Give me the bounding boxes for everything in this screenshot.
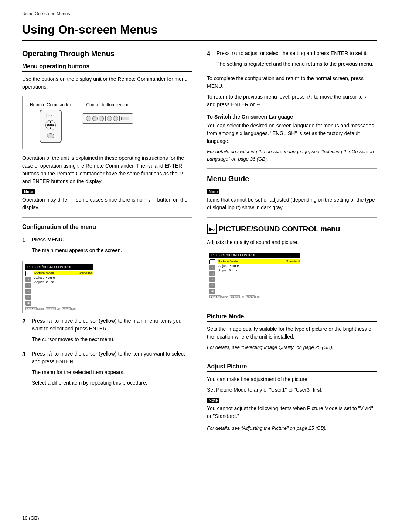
menu-icons-col-right: ▶ ♪ □ ≡ ⊙ ▣: [209, 259, 215, 294]
body-complete: To complete the configuration and return…: [207, 75, 377, 90]
body2: Operation of the unit is explained in th…: [22, 154, 192, 185]
subsection1-title: Menu operating buttons: [22, 63, 192, 72]
menu-bottom-exit: MENU Exit: [62, 307, 75, 310]
divider-4: [207, 307, 377, 307]
section3-body: Adjusts the quality of sound and picture…: [207, 238, 377, 246]
step3-sub1: The menu for the selected item appears.: [32, 368, 192, 376]
menu-header-right: PICTURE/SOUND CONTROL: [209, 253, 300, 258]
menu-icon-r3: □: [209, 271, 215, 276]
divider-3: [207, 217, 377, 218]
menu-guide-note: Items that cannot be set or adjusted (de…: [207, 196, 377, 212]
step3-sub2: Select a different item by repeating thi…: [32, 379, 192, 387]
adjust-picture-title: Adjust Picture: [207, 363, 377, 372]
step1-text: Press MENU.: [32, 236, 192, 244]
step4-text: Press ↑/↓ to adjust or select the settin…: [216, 49, 377, 57]
menu-icon-2: ♪: [25, 277, 31, 282]
menu-content-left: Picture Mode Standard Adjust Picture Adj…: [34, 271, 93, 306]
menu-icon-5: ⊙: [25, 295, 31, 300]
divider-2: [207, 168, 377, 169]
menu-icon-1: ▶: [25, 271, 31, 276]
control-diagram: Control button section: [82, 102, 133, 124]
menu-icon-r2: ♪: [209, 265, 215, 270]
step3-num: 3: [22, 350, 29, 390]
menu-bottom-r-select: ▲▼◄► Select: [209, 295, 228, 298]
step-2: 2 Press ↑/↓ to move the cursor (yellow) …: [22, 317, 192, 346]
step2-sub: The cursor moves to the next menu.: [32, 336, 192, 343]
step2-text: Press ↑/↓ to move the cursor (yellow) to…: [32, 317, 192, 333]
section1-title: Operating Through Menus: [22, 49, 192, 58]
control-label: Control button section: [86, 102, 130, 107]
ctrl-btn-2: [92, 116, 98, 121]
divider-5: [207, 357, 377, 357]
step-3: 3 Press ↑/↓ to move the cursor (yellow) …: [22, 350, 192, 390]
ctrl-btn-1: [86, 116, 91, 121]
step1-content: Press MENU. The main menu appears on the…: [32, 236, 192, 257]
ctrl-btn-3: [99, 116, 104, 121]
menu-row-r2: Adjust Picture: [218, 264, 300, 268]
remote-diagram: Remote Commander MENU ▲ ▼ ◄ ► ENTER: [30, 102, 71, 143]
section3-title: PICTURE/SOUND CONTROL menu: [219, 225, 340, 233]
menu-row-1: Picture Mode Standard: [34, 271, 93, 275]
page-title: Using On-screen Menus: [22, 23, 377, 41]
section2-title: Menu Guide: [207, 175, 377, 183]
menu-bottom-set: ENTER Set: [46, 307, 60, 310]
menu-icon-3: □: [25, 283, 31, 288]
menu-bottom-left: ▲▼◄► Select ENTER Set MENU Exit: [25, 307, 93, 310]
arrow-right-icon: ►: [52, 124, 55, 127]
step4-content: Press ↑/↓ to adjust or select the settin…: [216, 49, 377, 71]
menu-row-r1: Picture Mode Standard: [218, 259, 300, 264]
step1-num: 1: [22, 236, 29, 257]
menu-icon-r4: ≡: [209, 277, 215, 282]
picture-sound-icon: ▶♪ PICTURE/SOUND CONTROL menu: [207, 224, 340, 234]
ctrl-divider2: [119, 116, 120, 121]
subsection1-body: Use the buttons on the display unit or t…: [22, 75, 192, 91]
menu-rect: MENU: [46, 114, 55, 117]
note-block-1: Note Operation may differ in some cases …: [22, 188, 192, 212]
subsection2-title: Configuration of the menu: [22, 224, 192, 232]
menu-bottom-select: ▲▼◄► Select: [25, 307, 44, 310]
step3-text: Press ↑/↓ to move the cursor (yellow) to…: [32, 350, 192, 365]
note-block-3: Note You cannot adjust the following ite…: [207, 397, 377, 420]
step-1: 1 Press MENU. The main menu appears on t…: [22, 236, 192, 257]
arrow-down-icon: ▼: [49, 127, 52, 130]
adjust-picture-body2: Set Picture Mode to any of "User1" to "U…: [207, 386, 377, 394]
page: Using On-screen Menus Using On-screen Me…: [0, 0, 399, 532]
switch-lang-title: To Switch the On-screen Language: [207, 114, 377, 120]
right-column: 4 Press ↑/↓ to adjust or select the sett…: [207, 49, 377, 435]
note-body-1: Operation may differ in some cases since…: [22, 196, 192, 212]
bottom-circle: [47, 133, 54, 138]
ctrl-btn-4: [107, 116, 112, 121]
picture-mode-body: Sets the image quality suitable for the …: [207, 325, 377, 341]
remote-shape: MENU ▲ ▼ ◄ ► ENTER: [40, 110, 62, 143]
menu-row-r3: Adjust Sound: [218, 268, 300, 272]
step3-content: Press ↑/↓ to move the cursor (yellow) to…: [32, 350, 192, 390]
arrow-up-icon: ▲: [49, 120, 52, 124]
note-label-2: Note: [207, 189, 219, 194]
menu-row-3: Adjust Sound: [34, 280, 93, 284]
body-return: To return to the previous menu level, pr…: [207, 93, 377, 109]
breadcrumb: Using On-screen Menus: [22, 11, 377, 16]
step-4: 4 Press ↑/↓ to adjust or select the sett…: [207, 49, 377, 71]
menu-inner-right: ▶ ♪ □ ≡ ⊙ ▣ Picture Mode Standard Adj: [209, 259, 300, 294]
left-column: Operating Through Menus Menu operating b…: [22, 49, 192, 435]
step4-num: 4: [207, 49, 214, 71]
adjust-picture-body1: You can make fine adjustment of the pict…: [207, 375, 377, 383]
note-block-2: Note Items that cannot be set or adjuste…: [207, 188, 377, 212]
menu-bottom-right: ▲▼◄► Select ENTER Set MENU Exit: [209, 295, 300, 298]
menu-bottom-r-exit: MENU Exit: [246, 295, 259, 298]
control-buttons: [82, 113, 133, 124]
picture-mode-italic: For details, see "Selecting Image Qualit…: [207, 344, 377, 351]
menu-content-right: Picture Mode Standard Adjust Picture Adj…: [218, 259, 300, 294]
ps-icon-box: ▶♪: [207, 224, 217, 234]
menu-icon-4: ≡: [25, 289, 31, 294]
switch-lang-body: You can select the desired on-screen lan…: [207, 122, 377, 145]
step2-num: 2: [22, 317, 29, 346]
menu-icon-6: ▣: [25, 301, 31, 306]
ctrl-divider: [105, 116, 106, 121]
switch-lang-italic: For details on switching the on-screen l…: [207, 148, 377, 162]
step2-content: Press ↑/↓ to move the cursor (yellow) to…: [32, 317, 192, 346]
note-label-3: Note: [207, 398, 219, 403]
menu-screenshot-left: PICTURE/SOUND CONTROL ▶ ♪ □ ≡ ⊙ ▣ Pictur…: [22, 261, 96, 313]
arrow-left-icon: ◄: [46, 124, 49, 127]
ctrl-btn-rect: [121, 117, 129, 120]
